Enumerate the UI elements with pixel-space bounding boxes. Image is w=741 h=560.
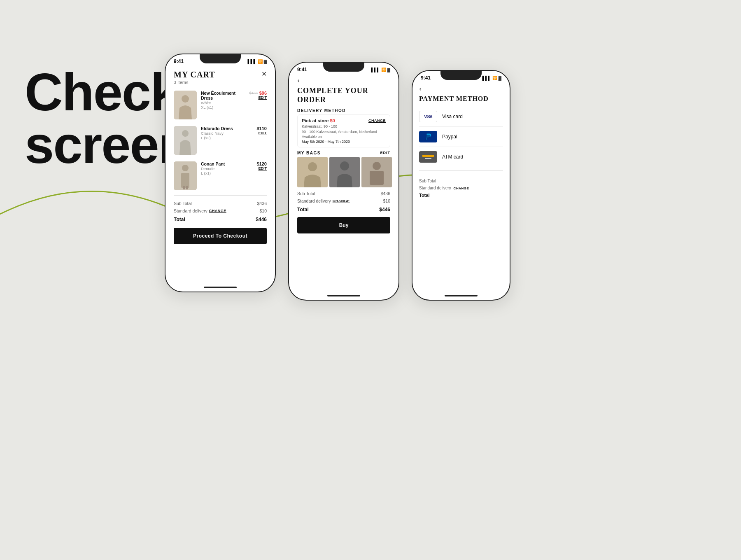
cart-header: MY CART 3 items ✕ [165, 66, 275, 85]
subtotal-label: Sub Total [174, 201, 192, 206]
payment-header: ‹ PAYMENT METHOD [412, 82, 510, 103]
item-color-3: Denude [201, 166, 253, 171]
payment-options-list: VISA Visa card Paypal ATM [412, 103, 510, 167]
delivery-change-btn[interactable]: CHANGE [368, 119, 386, 123]
item-size-2: L (x2) [201, 135, 253, 140]
phone-notch-2 [323, 63, 364, 72]
back-button-2[interactable]: ‹ [297, 77, 390, 84]
item-edit-btn-2[interactable]: EDIT [258, 131, 267, 135]
phone-complete-order: 9:41 ▌▌▌ 🛜 ▓ ‹ COMPLETE YOUR ORDER DELIV… [288, 62, 399, 301]
back-button-3[interactable]: ‹ [419, 85, 503, 92]
wifi-icon-3: 🛜 [492, 76, 497, 80]
phones-area: 9:41 ▌▌▌ 🛜 ▓ MY CART 3 items ✕ [165, 54, 510, 301]
battery-icon: ▓ [264, 59, 267, 64]
order-summary: Sub Total $436 Standard delivery CHANGE … [289, 187, 398, 214]
svg-rect-7 [183, 186, 185, 189]
phone-notch-3 [440, 71, 482, 80]
status-time-3: 9:41 [421, 75, 431, 81]
store-address-2: 90 - 100 Kalverstraat, Amsterdam, Nether… [302, 130, 386, 134]
close-button[interactable]: ✕ [261, 70, 267, 78]
battery-icon-2: ▓ [387, 68, 390, 72]
delivery-label: Standard delivery CHANGE [174, 208, 226, 213]
cart-items-list: New Écoulement Dress White XL (x1) $138 … [165, 85, 275, 194]
bag-thumb-1 [297, 157, 328, 187]
checkout-button[interactable]: Proceed To Checkout [174, 228, 267, 244]
atm-label: ATM card [442, 154, 463, 160]
item-color-2: Classic Navy [201, 131, 253, 135]
order-title: COMPLETE YOUR ORDER [297, 86, 390, 104]
order-delivery-change[interactable]: CHANGE [333, 199, 350, 203]
payment-title: PAYMENT METHOD [419, 95, 503, 103]
payment-option-atm[interactable]: ATM card [419, 147, 503, 167]
pick-store-label: Pick at store $0 [302, 118, 335, 123]
pick-store-price: $0 [330, 118, 335, 123]
delivery-card: Pick at store $0 CHANGE Kalverstraat, 90… [297, 114, 390, 147]
order-subtotal-label: Sub Total [297, 191, 315, 196]
bags-edit-btn[interactable]: EDIT [380, 151, 390, 155]
cart-divider [174, 195, 267, 196]
delivery-change-link[interactable]: CHANGE [209, 209, 226, 213]
payment-option-paypal[interactable]: Paypal [419, 127, 503, 147]
bags-section-label: MY BAGS [297, 151, 321, 155]
bag-thumb-2 [329, 157, 360, 187]
status-time-2: 9:41 [297, 67, 307, 72]
item-edit-btn-3[interactable]: EDIT [258, 166, 267, 170]
item-image-1 [174, 91, 197, 119]
payment-delivery-row: Standard delivery CHANGE [419, 184, 503, 191]
order-delivery-label: Standard delivery CHANGE [297, 198, 350, 203]
total-label: Total [174, 217, 185, 222]
home-bar-3 [445, 295, 478, 296]
item-details-1: New Écoulement Dress White XL (x1) [201, 91, 245, 110]
bag-thumb-3 [361, 157, 392, 187]
status-icons-3: ▌▌▌ 🛜 ▓ [482, 76, 501, 80]
item-size-1: XL (x1) [201, 105, 245, 110]
total-value: $446 [256, 217, 267, 222]
item-price-val-2: $110 [257, 126, 267, 131]
cart-item-2: Eldorado Dress Classic Navy L (x2) $110 … [174, 123, 267, 158]
item-price-val-3: $120 [257, 161, 267, 166]
item-edit-btn-1[interactable]: EDIT [258, 96, 267, 100]
cart-item-3: Conan Pant Denude L (x1) $120 EDIT [174, 158, 267, 194]
status-icons-2: ▌▌▌ 🛜 ▓ [371, 68, 390, 72]
item-price-2: $110 EDIT [257, 126, 267, 135]
wifi-icon-2: 🛜 [381, 68, 386, 72]
svg-point-14 [373, 162, 381, 170]
payment-total-label: Total [419, 193, 429, 198]
svg-point-1 [182, 95, 189, 103]
bags-thumbnails [289, 157, 398, 187]
phone-cart: 9:41 ▌▌▌ 🛜 ▓ MY CART 3 items ✕ [165, 54, 276, 292]
svg-point-10 [308, 162, 317, 171]
signal-icon: ▌▌▌ [247, 59, 256, 64]
payment-subtotal-label: Sub Total [419, 179, 436, 183]
item-price-3: $120 EDIT [257, 161, 267, 170]
status-icons: ▌▌▌ 🛜 ▓ [247, 59, 267, 64]
delivery-section-label: DELIVERY METHOD [289, 104, 398, 114]
svg-rect-6 [181, 173, 189, 188]
payment-delivery-change[interactable]: CHANGE [454, 187, 469, 190]
cart-item-count: 3 items [174, 80, 215, 85]
item-name-1: New Écoulement Dress [201, 91, 245, 100]
item-old-price-1: $138 [249, 91, 258, 95]
item-new-price-1: $96 [259, 91, 267, 96]
buy-button[interactable]: Buy [297, 217, 390, 233]
item-name-3: Conan Pant [201, 161, 253, 166]
delivery-row: Standard delivery CHANGE $10 [174, 207, 267, 215]
order-header: ‹ COMPLETE YOUR ORDER [289, 74, 398, 104]
svg-point-12 [340, 161, 349, 170]
order-total-row: Total $446 [297, 205, 390, 214]
wifi-icon: 🛜 [258, 59, 263, 64]
payment-subtotal-row: Sub Total [419, 177, 503, 184]
svg-rect-15 [370, 171, 384, 185]
payment-option-visa[interactable]: VISA Visa card [419, 107, 503, 127]
payment-summary: Sub Total Standard delivery CHANGE Total [412, 174, 510, 199]
order-subtotal-value: $436 [381, 191, 390, 196]
order-subtotal-row: Sub Total $436 [297, 190, 390, 197]
paypal-icon [419, 131, 437, 142]
svg-point-3 [182, 130, 189, 137]
phone-notch [200, 54, 241, 63]
order-delivery-row: Standard delivery CHANGE $10 [297, 197, 390, 205]
total-row: Total $446 [174, 215, 267, 224]
delivery-value: $10 [259, 208, 267, 213]
cart-title: MY CART [174, 70, 215, 79]
available-dates: May 5th 2020 - May 7th 2020 [302, 140, 386, 144]
